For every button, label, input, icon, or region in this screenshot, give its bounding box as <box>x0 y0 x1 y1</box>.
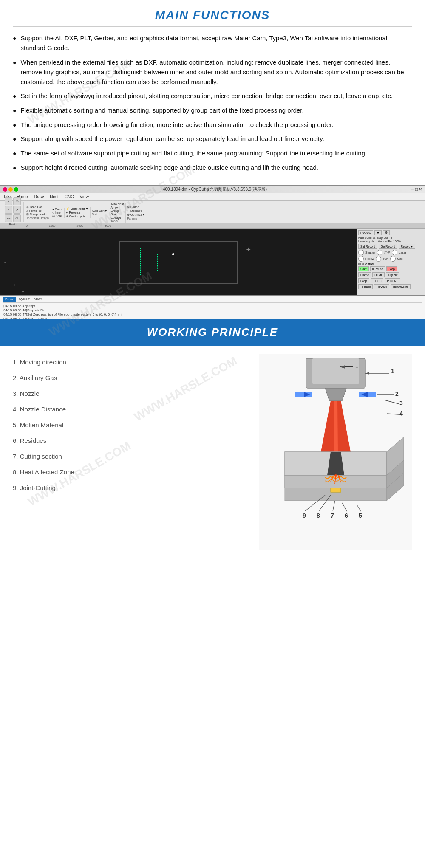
wp-item-2-text: 2. Auxiliary Gas <box>13 374 57 381</box>
sim-button[interactable]: D Sim <box>372 272 385 277</box>
transform-icon[interactable]: ⟳ <box>13 206 21 214</box>
forward-button[interactable]: Forward <box>374 284 389 289</box>
puff-radio[interactable] <box>376 256 381 262</box>
menu-nest[interactable]: Nest <box>50 194 59 199</box>
seal-btn[interactable]: ◎ Seal <box>52 214 62 218</box>
menu-cnc[interactable]: CNC <box>65 194 74 199</box>
array-btn[interactable]: Array <box>110 206 124 209</box>
log-area: Draw System Alarm [04/15 08:56:47]Stop! … <box>0 296 425 319</box>
p-cont-button[interactable]: P CONT <box>385 278 400 283</box>
inner-btn[interactable]: ○ Inner <box>52 211 62 214</box>
dry-cut-button[interactable]: Dry cut <box>386 272 400 277</box>
frame-row: Frame D Sim Dry cut <box>358 272 423 277</box>
x-axis: X <box>22 290 24 294</box>
go-record-button[interactable]: Go Record <box>379 244 397 249</box>
working-principle-diagram: 1 2 3 4 9 8 7 6 5 <box>259 354 412 551</box>
wp-item-4-text: 4. Nozzle Distance <box>13 406 66 413</box>
toolbar-auto-group: Auto Nest Array Group Scan Coedge Tools <box>110 203 126 223</box>
start-button[interactable]: Start <box>358 266 369 271</box>
record-button[interactable]: Record▼ <box>399 244 416 249</box>
working-principle-body: 1. Moving direction 2. Auxiliary Gas 3. … <box>0 346 425 560</box>
follow-radio[interactable] <box>358 256 364 262</box>
window-min-max[interactable]: ─□✕ <box>411 187 422 192</box>
toolbar-sort-group: Auto Sort▼ Sort <box>92 209 109 216</box>
micro-joint-btn[interactable]: ⚡ Micro Joint ▼ <box>66 207 89 211</box>
coedge-btn[interactable]: Coedge <box>110 216 124 219</box>
lead-icon[interactable]: Lead <box>5 214 12 222</box>
preview-button[interactable]: Preview <box>358 230 373 235</box>
down-arrow-button[interactable]: ▼ <box>374 230 382 235</box>
main-functions-list: Support the AI, DXF, PLT, Gerber, and ec… <box>13 33 412 172</box>
auto-sort-btn[interactable]: Auto Sort▼ <box>92 209 107 212</box>
titlebar-text: 400.1394.dxf - CypCut激光切割系统V8.3.658.9(演示… <box>18 186 411 192</box>
outer-btn[interactable]: ● Outer <box>52 208 62 211</box>
wp-item-1: 1. Moving direction <box>13 354 251 370</box>
toolbar-micro-group: ⚡ Micro Joint ▼ ↩ Reverse ❄ Cooling poin… <box>66 207 91 218</box>
label-2: 2 <box>395 390 399 397</box>
bullet-item-5: The unique processing order browsing fun… <box>13 120 412 130</box>
follow-label: Follow <box>366 257 374 260</box>
wp-item-9-text: 9. Joint-Cutting <box>13 484 56 491</box>
light-label: 红光 <box>384 251 390 255</box>
laser-row: Lasering shi... Manual Pw 100% <box>358 240 423 243</box>
toolbar-outer-group: ● Outer ○ Inner ◎ Seal <box>52 208 65 218</box>
select-icon[interactable]: ↖ <box>5 197 12 205</box>
view-icon[interactable]: 👁 <box>13 197 21 205</box>
menu-draw[interactable]: Draw <box>34 194 44 199</box>
optimize-btn[interactable]: ⚙ Optimize▼ <box>127 213 145 217</box>
back-row: ◄ Back Forward Return Zero <box>358 284 423 289</box>
bullet-item-3: Set in the form of wysiwyg introduced pi… <box>13 91 412 101</box>
basic-icons-3: Lead Clr <box>5 214 21 222</box>
wp-item-2: 2. Auxiliary Gas <box>13 370 251 386</box>
toolbar-basic-group: ↖ 👁 ⤢ ⟳ Lead Clr Basic <box>2 202 24 222</box>
gas-radio[interactable] <box>390 256 396 262</box>
loop-row: Loop P LOC P CONT <box>358 278 423 283</box>
right-sidebar: Preview ▼ ⚙ Fast 20mm/s Step 50mm Laseri… <box>357 229 425 296</box>
tab-draw[interactable]: Draw <box>3 297 16 302</box>
svg-marker-9 <box>334 401 338 452</box>
label-8-bottom: 8 <box>317 512 320 519</box>
reverse-btn[interactable]: ↩ Reverse <box>66 211 89 214</box>
wp-item-7-text: 7. Cutting section <box>13 453 62 460</box>
basic-icons: ↖ 👁 <box>5 197 21 205</box>
params-label: Params <box>127 217 145 220</box>
diagram-svg: 1 2 3 4 9 8 7 6 5 <box>259 354 412 550</box>
toolbar-lead-group: ⊕ Lead Pos ⌂ Home Ref ⊞ Compensate Techn… <box>26 206 51 220</box>
group-btn[interactable]: Group <box>110 209 124 212</box>
working-principle-header: WORKING PRINCIPLE <box>0 319 425 346</box>
scale-icon[interactable]: ⤢ <box>5 206 12 214</box>
frame-button[interactable]: Frame <box>358 272 371 277</box>
shutter-radio[interactable] <box>358 250 364 255</box>
settings-button[interactable]: ⚙ <box>383 230 390 235</box>
bridge-btn[interactable]: ⊠ Bridge <box>127 206 145 209</box>
laser-radio[interactable] <box>392 250 397 255</box>
cooling-point-btn[interactable]: ❄ Cooling point <box>66 215 89 218</box>
tools-label: Tools <box>110 220 124 223</box>
scan-btn[interactable]: Scan <box>110 213 124 216</box>
page-wrapper: WWW.HARSLE.COM WWW.HARSLE.COM WWW.HARSLE… <box>0 0 425 560</box>
pause-button[interactable]: II Pause <box>370 266 385 271</box>
light-radio[interactable] <box>377 250 382 255</box>
tab-alarm[interactable]: Alarm <box>34 297 42 302</box>
clear-icon[interactable]: Clr <box>13 214 21 222</box>
measure-btn[interactable]: ⊢ Measure <box>127 209 145 213</box>
auto-nest-btn[interactable]: Auto Nest <box>110 203 124 206</box>
tab-system[interactable]: System <box>19 297 31 302</box>
wp-item-3: 3. Nozzle <box>13 386 251 401</box>
basic-label: Basic <box>9 223 16 226</box>
loop-button[interactable]: Loop <box>358 278 369 283</box>
lead-pos-btn[interactable]: ⊕ Lead Pos <box>26 206 49 209</box>
wp-item-5-text: 5. Molten Material <box>13 421 63 428</box>
wp-item-1-text: 1. Moving direction <box>13 358 66 366</box>
window-controls <box>3 187 18 192</box>
svg-rect-23 <box>331 488 341 492</box>
stop-button[interactable]: Stop <box>386 266 397 271</box>
compensate-btn[interactable]: ⊞ Compensate <box>26 213 49 216</box>
return-zero-button[interactable]: Return Zero <box>391 284 411 289</box>
home-ref-btn[interactable]: ⌂ Home Ref <box>26 209 49 212</box>
menu-view[interactable]: View <box>79 194 89 199</box>
back-button[interactable]: ◄ Back <box>358 284 373 289</box>
p-loc-button[interactable]: P LOC <box>371 278 384 283</box>
ruler-2000: 2000 <box>76 224 83 227</box>
set-record-button[interactable]: Set Record <box>358 244 377 249</box>
